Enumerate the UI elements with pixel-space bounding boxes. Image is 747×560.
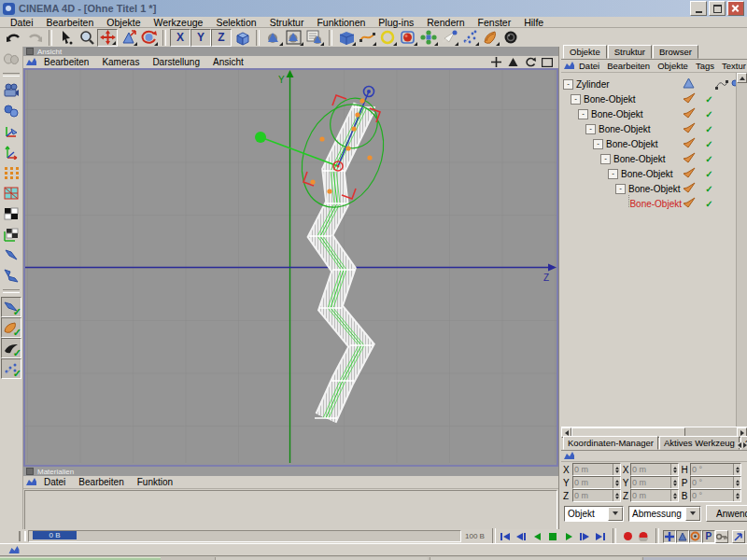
zoom-tool-button[interactable] [77,29,97,47]
rotate-tool-button[interactable] [138,29,159,47]
viewport-menu-kameras[interactable]: Kameras [95,57,146,67]
om-menu-textur[interactable]: Textur [718,61,747,71]
add-spline-button[interactable] [357,29,377,47]
dropdown-arrow-icon[interactable] [685,507,700,521]
record-pla-toggle[interactable] [715,530,728,543]
lock-x-axis-button[interactable]: X [170,29,190,47]
expand-icon[interactable]: - [615,184,626,194]
tree-row-bone-3[interactable]: - Bone-Objekt ✓ [561,121,747,136]
add-cube-button[interactable] [336,29,357,47]
menu-plugins[interactable]: Plug-ins [372,17,420,28]
layout-toggle-button[interactable] [732,530,745,543]
tab-objekte[interactable]: Objekte [563,45,607,59]
play-button[interactable] [561,530,577,542]
pos-z-field[interactable] [572,489,621,502]
autokey-button[interactable] [636,530,652,542]
record-parameter-toggle[interactable]: P [702,530,715,543]
use-deformers-toggle[interactable]: ✓ [1,317,21,338]
viewport-canvas[interactable]: Y Z [23,68,558,467]
expand-icon[interactable]: - [585,124,596,134]
record-scale-toggle[interactable] [676,530,689,543]
tree-row-bone-5[interactable]: - Bone-Objekt ✓ [561,151,747,166]
close-button[interactable] [727,1,744,16]
expand-icon[interactable]: - [563,79,573,90]
tab-koordinaten-manager[interactable]: Koordinaten-Manager [563,436,658,450]
view-zoom-icon[interactable] [507,57,519,67]
menu-objekte[interactable]: Objekte [100,17,147,28]
view-toggle-icon[interactable] [541,57,553,67]
size-x-field[interactable] [630,463,679,476]
scroll-up-icon[interactable] [737,73,747,83]
enabled-check-icon[interactable]: ✓ [703,184,715,194]
add-environment-button[interactable] [500,29,521,47]
view-pan-icon[interactable] [490,57,502,67]
add-spline-primitive-button[interactable] [377,29,398,47]
materials-menu-bearbeiten[interactable]: Bearbeiten [72,477,130,487]
expand-icon[interactable]: - [593,139,603,149]
tree-row-bone-4[interactable]: - Bone-Objekt ✓ [561,136,747,151]
render-view-button[interactable] [263,29,284,47]
stop-button[interactable] [545,530,561,542]
tab-browser[interactable]: Browser [653,45,698,59]
rot-p-field[interactable] [690,476,741,489]
om-menu-tags[interactable]: Tags [692,61,718,71]
use-generators-toggle[interactable]: ✓ [1,358,21,379]
enabled-check-icon[interactable]: ✓ [703,139,715,149]
add-deformer-button[interactable] [480,29,500,47]
enabled-check-icon[interactable]: ✓ [703,199,715,209]
lock-y-axis-button[interactable]: Y [190,29,211,47]
coordinate-system-button[interactable] [232,29,252,47]
viewport-menu-ansicht[interactable]: Ansicht [206,57,250,67]
menu-hilfe[interactable]: Hilfe [517,17,550,28]
redo-button[interactable] [24,29,45,47]
tab-scroll-arrows[interactable] [736,442,747,448]
record-position-toggle[interactable] [663,530,676,543]
materials-list-area[interactable] [24,490,557,530]
add-modeling-object-button[interactable] [418,29,439,47]
pos-y-field[interactable] [572,476,621,489]
goto-end-button[interactable] [593,530,609,542]
materials-menu-funktion[interactable]: Funktion [131,477,179,487]
bone-mode-button[interactable] [1,245,21,265]
spinner[interactable] [613,464,620,475]
menu-rendern[interactable]: Rendern [420,17,471,28]
object-axis-mode-button[interactable] [1,121,21,142]
pos-x-field[interactable] [572,463,621,476]
curve-tag-icon[interactable] [715,79,728,90]
goto-start-button[interactable] [498,530,514,542]
ik-mode-button[interactable] [1,265,21,286]
use-bones-toggle[interactable]: ✓ [1,297,21,317]
menu-bearbeiten[interactable]: Bearbeiten [40,17,101,28]
tree-row-bone-8-selected[interactable]: Bone-Objekt ✓ [561,196,747,211]
timeline-grip[interactable] [19,531,26,541]
tree-row-zylinder[interactable]: - Zylinder [561,77,747,91]
restore-button[interactable] [709,1,726,16]
texture-mode-button[interactable] [1,203,21,224]
render-picture-viewer-button[interactable] [284,29,304,47]
camera-mode-button[interactable] [1,80,21,101]
timeline-track[interactable]: 0 B [28,530,461,542]
size-y-field[interactable] [630,476,679,489]
expand-icon[interactable]: - [600,154,611,164]
om-menu-bearbeiten[interactable]: Bearbeiten [603,61,654,71]
record-rotation-toggle[interactable] [689,530,702,543]
polygons-mode-button[interactable] [1,183,21,203]
menu-werkzeuge[interactable]: Werkzeuge [148,17,210,28]
materials-menu-datei[interactable]: Datei [37,477,72,487]
tree-row-bone-1[interactable]: - Bone-Objekt ✓ [561,91,747,106]
rot-b-field[interactable] [690,489,741,502]
menu-datei[interactable]: Datei [4,17,40,28]
record-button[interactable] [620,530,636,542]
om-menu-objekte[interactable]: Objekte [654,61,692,71]
tree-row-bone-6[interactable]: - Bone-Objekt ✓ [561,166,747,181]
add-light-button[interactable] [439,29,459,47]
viewport-title-bar[interactable]: Ansicht [23,47,558,56]
menu-struktur[interactable]: Struktur [263,17,311,28]
undo-button[interactable] [4,29,24,47]
viewport-menu-bearbeiten[interactable]: Bearbeiten [37,57,95,67]
tree-row-bone-2[interactable]: - Bone-Objekt ✓ [561,106,747,121]
menu-funktionen[interactable]: Funktionen [310,17,372,28]
add-nurbs-button[interactable] [398,29,418,47]
expand-icon[interactable]: - [608,169,618,179]
minimize-button[interactable] [690,1,707,16]
